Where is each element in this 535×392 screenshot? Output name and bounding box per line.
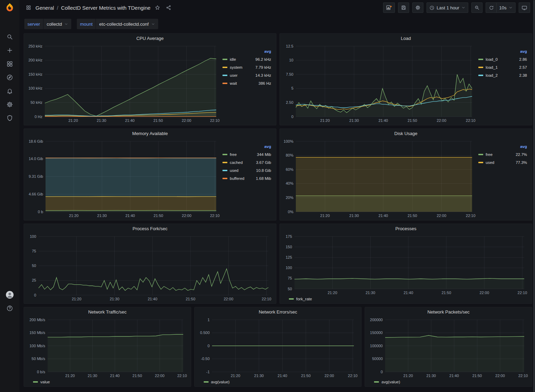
svg-text:250 kHz: 250 kHz [29, 44, 42, 48]
svg-text:7.50: 7.50 [286, 72, 293, 76]
series-name[interactable]: user [230, 73, 237, 77]
dashboards-icon[interactable] [0, 57, 19, 70]
svg-text:150000: 150000 [370, 331, 383, 335]
svg-text:200000: 200000 [370, 318, 383, 322]
legend-item-load_0[interactable]: load_02.86 [478, 55, 528, 63]
network-traffic-chart[interactable]: 200 Mb/s150 Mb/s100 Mb/s50 Mb/s0 b/s21:2… [27, 317, 188, 379]
legend-item-idle[interactable]: idle96.2 kHz [222, 55, 272, 63]
series-name[interactable]: used [486, 160, 494, 165]
svg-text:-0.50: -0.50 [201, 357, 210, 361]
legend-item-cached[interactable]: cached3.67 Gib [222, 158, 272, 166]
configuration-gear-icon[interactable] [0, 98, 19, 111]
cycle-view-mode-button[interactable] [519, 2, 530, 13]
svg-text:22:10: 22:10 [210, 118, 220, 123]
help-icon[interactable] [0, 301, 19, 315]
panel-title-processes[interactable]: Processes [280, 224, 532, 233]
server-admin-shield-icon[interactable] [0, 111, 19, 125]
panel-title-memory-available[interactable]: Memory Available [24, 129, 276, 138]
grafana-flame-icon [5, 2, 15, 13]
legend-avg-header: avg [478, 48, 528, 55]
explore-compass-icon[interactable] [0, 70, 19, 84]
legend-item-load_1[interactable]: load_12.57 [478, 63, 528, 71]
series-name[interactable]: load_0 [486, 57, 498, 61]
series-name[interactable]: avg(value) [211, 380, 230, 384]
legend-item-buffered[interactable]: buffered1.68 Mib [222, 174, 272, 182]
legend-item-avg(value)[interactable]: avg(value) [204, 379, 230, 385]
legend-item-value[interactable]: value [33, 379, 50, 385]
cpu-average-chart[interactable]: 250 kHz200 kHz150 kHz100 kHz50 kHz0 Hz21… [27, 43, 221, 124]
svg-text:22:10: 22:10 [466, 214, 476, 218]
series-name[interactable]: avg(value) [381, 380, 400, 384]
zoom-out-button[interactable] [471, 2, 483, 13]
series-name[interactable]: cached [230, 160, 243, 165]
legend-item-avg(value)[interactable]: avg(value) [374, 379, 400, 385]
chart-svg: 18.6 Gib14.0 Gib9.31 Gib4.66 Gib0 b21:20… [27, 139, 221, 219]
series-name[interactable]: wait [230, 81, 237, 85]
panel-title-load[interactable]: Load [280, 34, 532, 43]
add-panel-button[interactable] [383, 2, 395, 13]
legend-item-used[interactable]: used77.3% [478, 158, 528, 166]
panel-title-process-fork[interactable]: Process Fork/sec [24, 224, 276, 233]
legend-item-wait[interactable]: wait386 Hz [222, 79, 272, 87]
legend-item-load_2[interactable]: load_22.38 [478, 71, 528, 79]
process-fork-chart[interactable]: 100755025021:2021:3021:4021:5022:0022:10 [27, 234, 273, 302]
series-name[interactable]: value [40, 380, 50, 384]
series-name[interactable]: load_1 [486, 65, 498, 69]
svg-text:100 Mb/s: 100 Mb/s [30, 344, 46, 348]
legend-item-free[interactable]: free344 Mib [222, 150, 272, 158]
load-chart[interactable]: 12.5107.5052.50021:2021:3021:4021:5022:0… [283, 43, 477, 124]
memory-available-chart[interactable]: 18.6 Gib14.0 Gib9.31 Gib4.66 Gib0 b21:20… [27, 139, 221, 219]
breadcrumb-folder[interactable]: General [35, 5, 54, 11]
legend-item-fork_rate[interactable]: fork_rate [289, 296, 312, 302]
series-name[interactable]: system [230, 65, 242, 69]
series-name[interactable]: idle [230, 57, 236, 61]
grafana-logo[interactable] [0, 0, 19, 15]
legend-item-system[interactable]: system7.79 kHz [222, 63, 272, 71]
series-name[interactable]: fork_rate [296, 297, 312, 301]
series-name[interactable]: buffered [230, 176, 244, 181]
network-packets-chart[interactable]: 20000015000010000050000021:2021:3021:402… [368, 317, 529, 379]
panel-title-network-packets[interactable]: Network Packets/sec [365, 307, 532, 316]
create-plus-icon[interactable] [0, 43, 19, 57]
variable-mount: mount etc-collectd-collectd.conf [77, 19, 158, 29]
clock-icon [429, 5, 435, 10]
chart-svg: 10.5000-0.50-121:2021:3021:4021:5022:002… [197, 317, 359, 379]
panel-title-disk-usage[interactable]: Disk Usage [280, 129, 532, 138]
panel-title-network-errors[interactable]: Network Errors/sec [195, 307, 362, 316]
scrollbar-thumb[interactable] [533, 0, 535, 392]
time-range-picker[interactable]: Last 1 hour [427, 2, 468, 13]
svg-text:21:30: 21:30 [349, 214, 359, 218]
alerting-bell-icon[interactable] [0, 84, 19, 98]
svg-text:22:00: 22:00 [155, 374, 165, 378]
series-name[interactable]: load_2 [486, 73, 498, 77]
scrollbar[interactable] [533, 0, 535, 392]
legend-item-user[interactable]: user14.3 kHz [222, 71, 272, 79]
disk-usage-chart[interactable]: 100%80%60%40%20%0%21:2021:3021:4021:5022… [283, 139, 477, 219]
legend-item-used[interactable]: used10.8 Gib [222, 166, 272, 174]
refresh-button[interactable] [486, 2, 497, 13]
series-name[interactable]: free [230, 152, 237, 157]
legend-item-free[interactable]: free22.7% [478, 150, 528, 158]
series-name[interactable]: used [230, 168, 238, 173]
processes-chart[interactable]: 175150125100755021:2021:3021:4021:5022:0… [283, 234, 529, 296]
dashboard-settings-button[interactable] [412, 2, 423, 13]
favorite-star-icon[interactable] [153, 3, 162, 12]
dashboard-variables: server collectd mount etc-collectd-colle… [19, 15, 535, 30]
search-icon[interactable] [0, 30, 19, 43]
panel-title-cpu-average[interactable]: CPU Average [24, 34, 276, 43]
series-name[interactable]: free [486, 152, 493, 157]
panel-memory-available: Memory Available 18.6 Gib14.0 Gib9.31 Gi… [24, 128, 276, 220]
series-color-dash [289, 298, 294, 300]
share-icon[interactable] [164, 3, 173, 12]
variable-server-value[interactable]: collectd [43, 19, 71, 29]
refresh-picker: 10s [486, 2, 516, 13]
network-errors-chart[interactable]: 10.5000-0.50-121:2021:3021:4021:5022:002… [197, 317, 359, 379]
variable-mount-value[interactable]: etc-collectd-collectd.conf [96, 19, 158, 29]
user-avatar[interactable] [0, 288, 19, 301]
panel-title-network-traffic[interactable]: Network Traffic/sec [24, 307, 191, 316]
svg-text:2.50: 2.50 [286, 100, 293, 105]
svg-text:10: 10 [289, 58, 293, 62]
save-dashboard-button[interactable] [398, 2, 409, 13]
refresh-interval-dropdown[interactable]: 10s [497, 2, 516, 13]
series-color-dash [222, 170, 227, 171]
